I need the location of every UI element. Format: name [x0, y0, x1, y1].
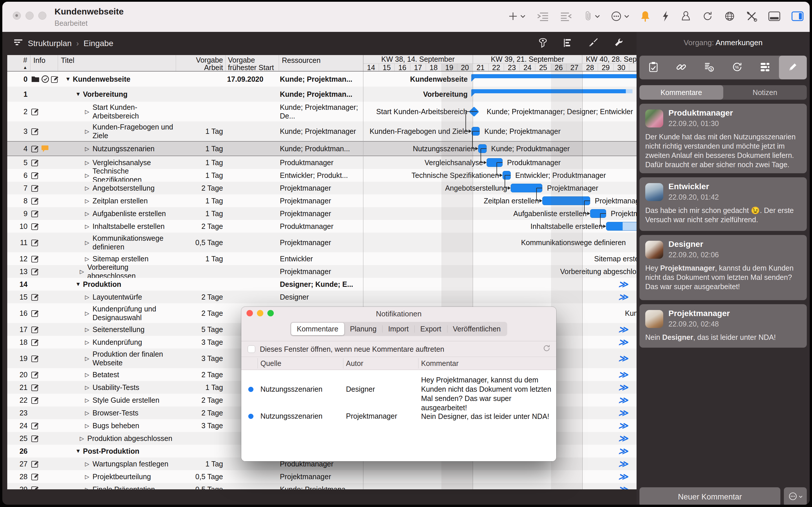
comment-options-button[interactable]	[784, 487, 807, 505]
new-comment-button[interactable]: Neuer Kommentar	[640, 487, 780, 505]
disclosure-triangle[interactable]: ▷	[85, 141, 93, 156]
disclosure-triangle[interactable]: ▷	[85, 419, 93, 432]
disclosure-triangle[interactable]: ▷	[85, 207, 93, 220]
breadcrumb-root[interactable]: Strukturplan	[28, 39, 71, 48]
disclosure-triangle[interactable]: ▷	[85, 483, 93, 489]
disclosure-triangle[interactable]: ▷	[85, 406, 93, 419]
table-row[interactable]: 0▼Kundenwebseite17.09.2020Kunde; Projekt…	[7, 71, 637, 87]
gantt-summary-bar[interactable]	[471, 89, 632, 93]
wrench-button[interactable]	[613, 38, 624, 49]
gantt-overflow-marker[interactable]: ≫	[618, 432, 627, 445]
disclosure-triangle[interactable]: ▷	[85, 470, 93, 483]
table-row[interactable]: 14▼ProduktionDesigner; Kunde; E...≫	[7, 278, 637, 291]
attach-button[interactable]	[583, 11, 600, 23]
column-header-info[interactable]: Info	[30, 55, 58, 71]
gantt-milestone[interactable]	[469, 106, 479, 116]
gantt-overflow-marker[interactable]: ≫	[618, 291, 627, 303]
table-row[interactable]: 8▷Zeitplan erstellen1 TagProjektmanagerZ…	[7, 194, 637, 207]
notif-tab-planung[interactable]: Planung	[344, 323, 383, 335]
table-row[interactable]: 7▷Angebotserstellung2 TageProjektmanager…	[7, 182, 637, 194]
gantt-task-bar[interactable]	[487, 158, 503, 167]
disclosure-triangle[interactable]: ▷	[85, 220, 93, 233]
table-row[interactable]: 29▷Finale Präsentation0,5 TageKunde; Pro…	[7, 483, 637, 489]
gantt-overflow-marker[interactable]: ≫	[618, 470, 627, 483]
gantt-overflow-marker[interactable]: ≫	[618, 348, 627, 368]
disclosure-triangle[interactable]: ▷	[80, 432, 87, 445]
table-row[interactable]: 1▼VorbereitungKunde; Projektman...Vorber…	[7, 87, 637, 102]
settings-tools-button[interactable]	[746, 10, 758, 23]
disclosure-triangle[interactable]: ▷	[85, 291, 93, 303]
tab-progress[interactable]: %	[723, 56, 751, 79]
bottom-panel-toggle[interactable]	[768, 11, 781, 22]
notif-tab-import[interactable]: Import	[382, 323, 414, 335]
table-row[interactable]: 9▷Aufgabenliste erstellen1 TagProjektman…	[7, 207, 637, 220]
gantt-task-bar[interactable]	[542, 196, 590, 205]
add-button[interactable]	[508, 11, 525, 22]
comment-card[interactable]: Produktmanager22.09.20, 01:30Der Kunde h…	[640, 104, 807, 173]
tab-annotations[interactable]	[779, 56, 807, 79]
disclosure-triangle[interactable]: ▷	[85, 394, 93, 406]
notifications-button[interactable]	[640, 10, 651, 23]
gantt-task-bar[interactable]	[590, 209, 606, 218]
table-row[interactable]: 4▷Nutzungsszenarien1 TagKunde; Produktma…	[7, 141, 637, 156]
breadcrumb-current[interactable]: Eingabe	[84, 39, 113, 48]
breadcrumb[interactable]: Strukturplan › Eingabe	[13, 32, 113, 55]
comment-card[interactable]: Projektmanager22.09.20, 02:48Nein Design…	[640, 304, 807, 348]
outline-button[interactable]	[563, 38, 573, 49]
gantt-overflow-marker[interactable]: ≫	[618, 457, 627, 470]
refresh-icon[interactable]	[542, 344, 551, 354]
minimize-button[interactable]	[26, 12, 34, 20]
table-row[interactable]: 2▷Start Kunden-ArbeitsbereichKunde; Proj…	[7, 102, 637, 121]
resources-button[interactable]	[680, 10, 691, 23]
column-header-title[interactable]: Titel	[58, 55, 176, 71]
gantt-overflow-marker[interactable]: ≫	[618, 381, 627, 394]
notification-row[interactable]: NutzungsszenarienDesignerHey Projektmana…	[241, 370, 556, 409]
zoom-button[interactable]	[38, 12, 46, 20]
gantt-task-bar[interactable]	[478, 144, 486, 153]
disclosure-triangle[interactable]: ▷	[80, 265, 87, 278]
gantt-overflow-marker[interactable]: ≫	[618, 483, 627, 489]
right-panel-toggle[interactable]	[791, 11, 804, 22]
gantt-task-bar[interactable]	[503, 171, 511, 180]
gantt-overflow-marker[interactable]: ≫	[618, 336, 627, 348]
gantt-summary-bar[interactable]	[471, 74, 637, 78]
notif-tab-veröffentlichen[interactable]: Veröffentlichen	[447, 323, 507, 335]
disclosure-triangle[interactable]: ▷	[85, 323, 93, 336]
more-actions-button[interactable]	[610, 10, 629, 23]
comment-card[interactable]: Entwickler22.09.20, 01:42Das habe ich mi…	[640, 177, 807, 231]
filter-button[interactable]	[538, 38, 548, 49]
gantt-overflow-marker[interactable]: ≫	[618, 278, 627, 291]
gantt-overflow-marker[interactable]: ≫	[618, 419, 627, 432]
disclosure-triangle[interactable]: ▷	[85, 156, 93, 169]
disclosure-triangle[interactable]: ▷	[85, 233, 93, 252]
column-header-quelle[interactable]: Quelle	[260, 359, 281, 368]
network-button[interactable]	[724, 10, 735, 23]
gantt-task-bar[interactable]	[606, 222, 637, 231]
disclosure-triangle[interactable]: ▷	[85, 194, 93, 207]
close-button[interactable]	[13, 12, 21, 20]
table-row[interactable]: 11▷Kommunikationswege definieren0,5 Tage…	[7, 233, 637, 252]
annotation-tab-notizen[interactable]: Notizen	[723, 85, 807, 100]
disclosure-triangle[interactable]: ▷	[85, 182, 93, 194]
table-row[interactable]: 6▷Technische Spezifikationen1 TagEntwick…	[7, 169, 637, 182]
table-row[interactable]: 15▷Layoutentwürfe2 TageDesigner≫	[7, 291, 637, 303]
disclosure-triangle[interactable]: ▷	[85, 102, 93, 121]
gantt-overflow-marker[interactable]: ≫	[618, 323, 627, 336]
column-header-autor[interactable]: Autor	[346, 359, 363, 368]
table-row[interactable]: 10▷Inhaltstabelle erstellen2 TageProdukt…	[7, 220, 637, 233]
disclosure-triangle[interactable]: ▷	[85, 121, 93, 141]
table-row[interactable]: 28▷Projektbeurteilung0,5 TageProjektmana…	[7, 470, 637, 483]
table-row[interactable]: 13▷Vorbereitung abgeschlossenProjektmana…	[7, 265, 637, 278]
disclosure-triangle[interactable]: ▷	[85, 457, 93, 470]
tab-task-info[interactable]	[640, 56, 667, 79]
notif-tab-export[interactable]: Export	[414, 323, 447, 335]
style-brush-button[interactable]	[588, 38, 598, 49]
indent-button[interactable]	[536, 11, 549, 22]
column-header-kommentar[interactable]: Kommentar	[421, 359, 458, 368]
table-row[interactable]: 3▷Kunden-Fragebogen und Ziele1 TagKunde;…	[7, 121, 637, 141]
disclosure-triangle[interactable]: ▼	[75, 278, 83, 291]
notif-tab-kommentare[interactable]: Kommentare	[291, 323, 344, 335]
gantt-task-bar[interactable]	[471, 127, 480, 135]
column-header-work[interactable]: VorgabeArbeit	[176, 55, 225, 71]
tab-finances[interactable]: $	[695, 56, 723, 79]
